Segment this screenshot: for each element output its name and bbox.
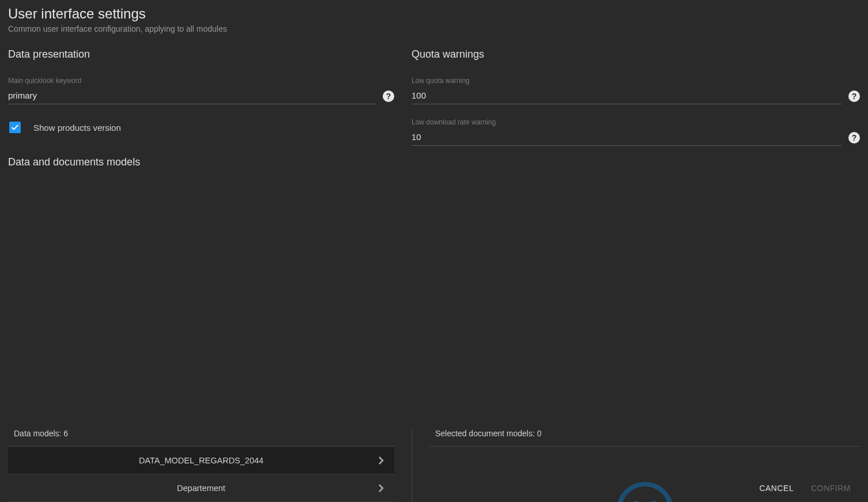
- quota-warnings-title: Quota warnings: [412, 48, 860, 61]
- data-models-count: Data models: 6: [8, 429, 394, 447]
- show-version-checkbox[interactable]: [9, 122, 21, 133]
- selected-documents-count: Selected document models: 0: [429, 429, 860, 447]
- left-column: Data presentation Main quicklook keyword…: [8, 48, 412, 429]
- low-rate-label: Low download rate warning: [412, 118, 860, 126]
- show-version-label: Show products version: [33, 123, 121, 133]
- quicklook-field: Main quicklook keyword ?: [8, 77, 394, 104]
- data-model-row[interactable]: Departement: [8, 474, 394, 502]
- chevron-right-icon: [378, 484, 384, 493]
- help-icon[interactable]: ?: [848, 132, 860, 144]
- page-subtitle: Common user interface configuration, app…: [8, 24, 860, 33]
- data-models-panel: Data models: 6 DATA_MODEL_REGARDS_2044 D…: [8, 429, 412, 502]
- models-section-title: Data and documents models: [8, 156, 394, 168]
- quicklook-input[interactable]: [8, 88, 376, 104]
- low-rate-input[interactable]: [412, 130, 841, 146]
- model-name: Departement: [177, 484, 225, 493]
- smiley-icon: [616, 481, 674, 502]
- low-quota-input[interactable]: [412, 88, 841, 104]
- cancel-button[interactable]: CANCEL: [759, 484, 794, 493]
- low-quota-label: Low quota warning: [412, 77, 860, 85]
- svg-point-0: [619, 484, 671, 502]
- model-name: DATA_MODEL_REGARDS_2044: [139, 456, 263, 465]
- low-quota-field: Low quota warning ?: [412, 77, 860, 104]
- chevron-right-icon: [378, 456, 384, 465]
- data-presentation-title: Data presentation: [8, 48, 394, 61]
- low-rate-field: Low download rate warning ?: [412, 118, 860, 146]
- page-title: User interface settings: [8, 6, 860, 22]
- help-icon[interactable]: ?: [848, 90, 860, 102]
- confirm-button[interactable]: CONFIRM: [811, 484, 851, 493]
- page-header: User interface settings Common user inte…: [0, 0, 868, 37]
- right-column: Quota warnings Low quota warning ? Low d…: [412, 48, 860, 429]
- help-icon[interactable]: ?: [383, 90, 394, 102]
- quicklook-label: Main quicklook keyword: [8, 77, 394, 85]
- footer-actions: CANCEL CONFIRM: [759, 484, 851, 493]
- data-model-row[interactable]: DATA_MODEL_REGARDS_2044: [8, 447, 394, 474]
